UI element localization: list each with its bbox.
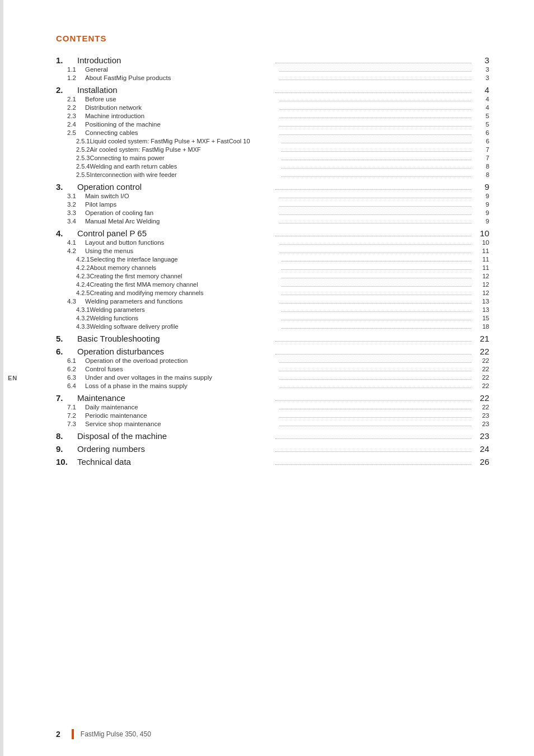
toc-page: 11	[474, 248, 489, 254]
toc-row: 4.2.5Creating and modifying memory chann…	[56, 290, 489, 297]
toc-row: 2.5.5Interconnection with wire feeder8	[56, 171, 489, 179]
toc-minor-section: 4.2Using the menus11	[56, 248, 489, 255]
toc-major-section: 7.Maintenance22	[56, 393, 489, 403]
toc-page: 21	[474, 334, 489, 343]
toc-page: 13	[474, 298, 489, 305]
toc-row: 4.Control panel P 6510	[56, 228, 489, 238]
toc-row: 4.2.2About memory channels11	[56, 264, 489, 272]
page-title: CONTENTS	[56, 34, 489, 43]
toc-minor-section: 7.3Service shop maintenance23	[56, 421, 489, 428]
toc-minor-section: 1.1General3	[56, 66, 489, 73]
toc-page: 6	[474, 138, 489, 144]
toc-sub-section: 2.5.2Air cooled system: FastMig Pulse + …	[56, 146, 489, 153]
toc-number: 2.5.1	[56, 138, 90, 144]
toc-text: Layout and button functions	[85, 239, 277, 246]
toc-row: 4.2Using the menus11	[56, 248, 489, 255]
toc-page: 9	[474, 193, 489, 199]
toc-sub-section: 4.2.2About memory channels11	[56, 264, 489, 272]
toc-text: Operation of cooling fan	[85, 209, 277, 216]
toc-page: 22	[474, 382, 489, 389]
toc-page: 6	[474, 129, 489, 136]
toc-text: Service shop maintenance	[85, 421, 277, 427]
toc-number: 2.5	[56, 129, 85, 136]
toc-major-section: 2.Installation4	[56, 85, 489, 95]
toc-minor-section: 7.1Daily maintenance22	[56, 404, 489, 411]
toc-text: Positioning of the machine	[85, 121, 277, 128]
toc-major-section: 1.Introduction3	[56, 55, 489, 65]
toc-sub-section: 4.3.2Welding functions15	[56, 315, 489, 322]
toc-number: 2.2	[56, 104, 85, 111]
toc-text: Machine introduction	[85, 113, 277, 119]
toc-number: 4.2.4	[56, 281, 90, 288]
toc-row: 1.2About FastMig Pulse products3	[56, 74, 489, 82]
toc-page: 9	[474, 209, 489, 216]
toc-minor-section: 6.1Operation of the overload protection2…	[56, 357, 489, 365]
footer-page-number: 2	[56, 730, 60, 739]
toc-sub-section: 4.3.1Welding parameters13	[56, 306, 489, 314]
toc-text: Introduction	[77, 55, 273, 65]
toc-sub-section: 2.5.4Welding and earth return cables8	[56, 163, 489, 170]
toc-row: 3.1Main switch I/O9	[56, 193, 489, 200]
toc-page: 3	[474, 74, 489, 81]
toc-number: 6.2	[56, 366, 85, 372]
toc-row: 4.3.3Welding software delivery profile18	[56, 323, 489, 330]
toc-sub-section: 4.3.3Welding software delivery profile18	[56, 323, 489, 330]
toc-number: 9.	[56, 444, 77, 454]
toc-minor-section: 2.4Positioning of the machine5	[56, 121, 489, 128]
toc-text: Before use	[85, 96, 277, 102]
toc-page: 12	[474, 273, 489, 279]
toc-row: 4.3.2Welding functions15	[56, 315, 489, 322]
toc-page: 12	[474, 290, 489, 296]
toc-number: 2.5.2	[56, 146, 90, 153]
toc-row: 2.5.4Welding and earth return cables8	[56, 163, 489, 170]
toc-page: 11	[474, 256, 489, 263]
toc-page: 7	[474, 155, 489, 161]
toc-text: Air cooled system: FastMig Pulse + MXF	[90, 146, 279, 153]
toc-minor-section: 3.2Pilot lamps9	[56, 201, 489, 208]
toc-major-section: 4.Control panel P 6510	[56, 228, 489, 238]
toc-minor-section: 2.1Before use4	[56, 96, 489, 103]
toc-page: 13	[474, 306, 489, 313]
toc-number: 2.5.3	[56, 155, 90, 161]
toc-text: Daily maintenance	[85, 404, 277, 410]
toc-number: 6.1	[56, 357, 85, 364]
toc-row: 6.2Control fuses22	[56, 366, 489, 373]
toc-text: Creating the first memory channel	[90, 273, 279, 279]
toc-text: Operation disturbances	[77, 347, 273, 356]
footer: 2 FastMig Pulse 350, 450	[0, 729, 534, 739]
toc-sub-section: 2.5.1Liquid cooled system: FastMig Pulse…	[56, 138, 489, 145]
toc-page: 26	[474, 457, 489, 466]
toc-text: Technical data	[77, 457, 273, 466]
toc-minor-section: 2.3Machine introduction5	[56, 113, 489, 120]
toc-row: 2.5Connecting cables6	[56, 129, 489, 137]
toc-number: 1.1	[56, 66, 85, 73]
toc-number: 1.	[56, 55, 77, 65]
toc-page: 8	[474, 163, 489, 170]
toc-number: 6.	[56, 347, 77, 356]
toc-page: 3	[474, 66, 489, 73]
toc-number: 6.3	[56, 374, 85, 381]
toc-text: Welding and earth return cables	[90, 163, 279, 170]
toc-row: 4.1Layout and button functions10	[56, 239, 489, 246]
toc-page: 4	[474, 96, 489, 102]
toc-page: 23	[474, 421, 489, 427]
toc-sub-section: 2.5.5Interconnection with wire feeder8	[56, 171, 489, 179]
toc-minor-section: 6.4Loss of a phase in the mains supply22	[56, 382, 489, 390]
toc-sub-section: 2.5.3Connecting to mains power7	[56, 155, 489, 162]
toc-row: 1.Introduction3	[56, 55, 489, 65]
toc-page: 10	[474, 239, 489, 246]
toc-row: 6.Operation disturbances22	[56, 347, 489, 356]
toc-number: 7.	[56, 393, 77, 403]
toc-number: 7.1	[56, 404, 85, 410]
toc-number: 4.3.2	[56, 315, 90, 321]
toc-major-section: 8.Disposal of the machine23	[56, 431, 489, 441]
toc-minor-section: 6.3Under and over voltages in the mains …	[56, 374, 489, 381]
toc-number: 2.5.4	[56, 163, 90, 170]
toc-page: 23	[474, 431, 489, 441]
toc-number: 4.1	[56, 239, 85, 246]
toc-minor-section: 6.2Control fuses22	[56, 366, 489, 373]
toc-row: 8.Disposal of the machine23	[56, 431, 489, 441]
footer-product: FastMig Pulse 350, 450	[81, 730, 151, 738]
toc-number: 4.2.5	[56, 290, 90, 296]
toc-page: 23	[474, 412, 489, 419]
